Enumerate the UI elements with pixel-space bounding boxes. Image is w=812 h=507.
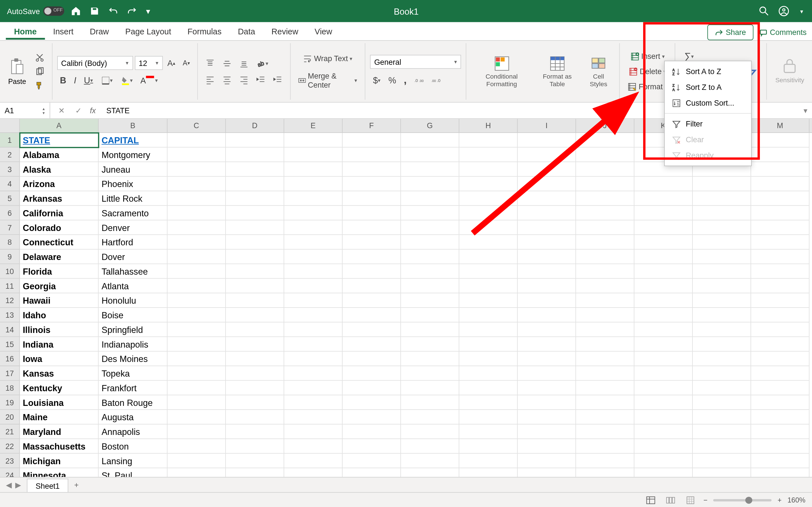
zoom-level[interactable]: 160% [788, 496, 806, 504]
cell-L19[interactable] [693, 395, 751, 410]
cell-D18[interactable] [226, 381, 284, 395]
cell-F2[interactable] [343, 148, 401, 162]
cell-F19[interactable] [343, 395, 401, 410]
font-name-select[interactable]: Calibri (Body)▾ [57, 56, 133, 70]
column-header-I[interactable]: I [518, 119, 576, 132]
cell-L12[interactable] [693, 293, 751, 308]
cell-M12[interactable] [751, 293, 809, 308]
column-header-C[interactable]: C [167, 119, 226, 132]
cell-E17[interactable] [284, 366, 343, 381]
cell-H5[interactable] [459, 191, 518, 206]
autosave-toggle[interactable]: AutoSave OFF [7, 6, 64, 16]
cell-E10[interactable] [284, 264, 343, 279]
cell-A15[interactable]: Indiana [20, 337, 98, 351]
cell-B12[interactable]: Honolulu [99, 293, 167, 308]
cell-L16[interactable] [693, 351, 751, 366]
column-header-J[interactable]: J [576, 119, 635, 132]
cell-D17[interactable] [226, 366, 284, 381]
cell-F8[interactable] [343, 235, 401, 249]
cell-G4[interactable] [401, 177, 459, 191]
percent-format-icon[interactable]: % [386, 73, 399, 87]
cell-D1[interactable] [226, 133, 284, 148]
cell-J18[interactable] [576, 381, 635, 395]
cell-A8[interactable]: Connecticut [20, 235, 98, 249]
border-icon[interactable]: ▾ [98, 74, 116, 87]
cell-J15[interactable] [576, 337, 635, 351]
cell-F9[interactable] [343, 249, 401, 264]
cell-F1[interactable] [343, 133, 401, 148]
cell-C20[interactable] [167, 410, 226, 425]
cell-B21[interactable]: Annapolis [99, 425, 167, 439]
cell-A14[interactable]: Illinois [20, 323, 98, 337]
cell-D19[interactable] [226, 395, 284, 410]
row-header-1[interactable]: 1 [0, 133, 20, 148]
row-header-23[interactable]: 23 [0, 453, 20, 468]
cell-B2[interactable]: Montgomery [99, 148, 167, 162]
cell-E12[interactable] [284, 293, 343, 308]
cell-L22[interactable] [693, 439, 751, 454]
cell-J21[interactable] [576, 425, 635, 439]
cell-D3[interactable] [226, 162, 284, 177]
cell-J5[interactable] [576, 191, 635, 206]
cell-M21[interactable] [751, 425, 809, 439]
cell-L10[interactable] [693, 264, 751, 279]
cell-G5[interactable] [401, 191, 459, 206]
cell-C12[interactable] [167, 293, 226, 308]
cell-D21[interactable] [226, 425, 284, 439]
cell-G12[interactable] [401, 293, 459, 308]
cell-M19[interactable] [751, 395, 809, 410]
cell-D23[interactable] [226, 453, 284, 468]
cell-E21[interactable] [284, 425, 343, 439]
cell-F23[interactable] [343, 453, 401, 468]
cell-K15[interactable] [635, 337, 693, 351]
cell-J8[interactable] [576, 235, 635, 249]
tab-draw[interactable]: Draw [82, 23, 117, 40]
cell-M15[interactable] [751, 337, 809, 351]
cell-A17[interactable]: Kansas [20, 366, 98, 381]
cell-B8[interactable]: Hartford [99, 235, 167, 249]
cell-D20[interactable] [226, 410, 284, 425]
cell-G2[interactable] [401, 148, 459, 162]
cell-K9[interactable] [635, 249, 693, 264]
cell-C18[interactable] [167, 381, 226, 395]
cell-G1[interactable] [401, 133, 459, 148]
cell-J19[interactable] [576, 395, 635, 410]
cell-D8[interactable] [226, 235, 284, 249]
cell-B4[interactable]: Phoenix [99, 177, 167, 191]
cell-C3[interactable] [167, 162, 226, 177]
cell-A11[interactable]: Georgia [20, 279, 98, 293]
cell-F12[interactable] [343, 293, 401, 308]
cell-F18[interactable] [343, 381, 401, 395]
cell-A13[interactable]: Idaho [20, 308, 98, 323]
cell-J23[interactable] [576, 453, 635, 468]
cell-D15[interactable] [226, 337, 284, 351]
row-header-3[interactable]: 3 [0, 162, 20, 177]
cell-I22[interactable] [518, 439, 576, 454]
cell-G14[interactable] [401, 323, 459, 337]
row-header-13[interactable]: 13 [0, 308, 20, 323]
cell-M14[interactable] [751, 323, 809, 337]
cell-H15[interactable] [459, 337, 518, 351]
tab-data[interactable]: Data [230, 23, 263, 40]
cell-M7[interactable] [751, 220, 809, 235]
page-layout-view-icon[interactable] [664, 495, 678, 505]
align-top-icon[interactable] [202, 57, 218, 70]
cell-L20[interactable] [693, 410, 751, 425]
cell-G21[interactable] [401, 425, 459, 439]
cell-B1[interactable]: CAPITAL [99, 133, 167, 148]
cell-A5[interactable]: Arkansas [20, 191, 98, 206]
cell-K22[interactable] [635, 439, 693, 454]
cell-K16[interactable] [635, 351, 693, 366]
cell-L9[interactable] [693, 249, 751, 264]
align-middle-icon[interactable] [219, 57, 235, 70]
column-header-E[interactable]: E [284, 119, 343, 132]
cell-H12[interactable] [459, 293, 518, 308]
cell-B5[interactable]: Little Rock [99, 191, 167, 206]
cell-J12[interactable] [576, 293, 635, 308]
cell-F14[interactable] [343, 323, 401, 337]
cell-H19[interactable] [459, 395, 518, 410]
fx-icon[interactable]: fx [90, 106, 96, 115]
align-left-icon[interactable] [202, 73, 218, 86]
cell-B10[interactable]: Tallahassee [99, 264, 167, 279]
cell-F7[interactable] [343, 220, 401, 235]
